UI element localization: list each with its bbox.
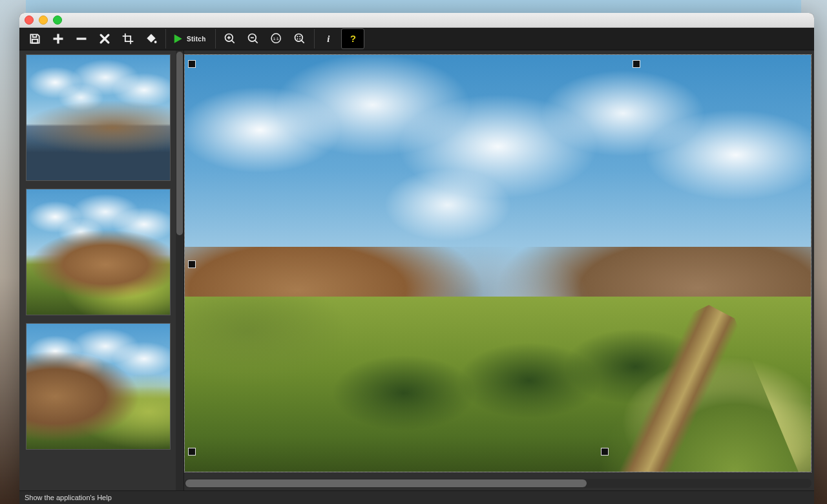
stitch-button[interactable]: Stitch bbox=[169, 29, 213, 48]
thumbnail-item[interactable] bbox=[26, 54, 171, 181]
preview-hscrollbar[interactable] bbox=[184, 479, 811, 488]
sidebar-scroll-thumb[interactable] bbox=[176, 52, 183, 235]
save-button[interactable] bbox=[24, 29, 46, 48]
svg-rect-0 bbox=[32, 39, 37, 43]
stitch-label: Stitch bbox=[187, 36, 206, 43]
thumbnail-ground bbox=[26, 55, 170, 180]
svg-text:i: i bbox=[327, 34, 330, 44]
crop-handle[interactable] bbox=[188, 448, 196, 456]
paint-bucket-icon bbox=[145, 32, 158, 45]
save-icon bbox=[28, 32, 41, 45]
delete-button[interactable] bbox=[94, 29, 116, 48]
svg-rect-3 bbox=[77, 37, 87, 39]
add-button[interactable] bbox=[47, 29, 69, 48]
svg-point-4 bbox=[154, 41, 157, 43]
help-button[interactable]: ? bbox=[341, 28, 364, 49]
crop-handle[interactable] bbox=[601, 448, 609, 456]
info-button[interactable]: i bbox=[318, 29, 340, 48]
thumbnail-sidebar bbox=[19, 50, 184, 490]
zoom-actual-icon: 1:1 bbox=[269, 32, 284, 45]
zoom-in-button[interactable] bbox=[219, 29, 241, 48]
zoom-fit-icon bbox=[293, 32, 306, 45]
info-icon: i bbox=[324, 32, 334, 45]
thumbnail-list bbox=[19, 50, 176, 490]
window-titlebar bbox=[19, 13, 814, 28]
preview-pane bbox=[184, 50, 814, 490]
crop-icon bbox=[121, 32, 134, 45]
svg-text:?: ? bbox=[350, 34, 356, 44]
toolbar-separator bbox=[165, 29, 166, 48]
window-minimize-button[interactable] bbox=[39, 16, 48, 25]
window-zoom-button[interactable] bbox=[53, 16, 62, 25]
toolbar-separator bbox=[314, 29, 315, 48]
sidebar-scroll-track bbox=[176, 52, 183, 489]
minus-icon bbox=[75, 32, 88, 45]
svg-text:1:1: 1:1 bbox=[273, 36, 278, 41]
window-close-button[interactable] bbox=[25, 16, 34, 25]
svg-point-9 bbox=[295, 34, 302, 42]
thumbnail-item[interactable] bbox=[26, 323, 171, 450]
fill-button[interactable] bbox=[140, 29, 162, 48]
stitched-preview-image[interactable] bbox=[184, 54, 811, 472]
svg-rect-2 bbox=[54, 37, 63, 39]
crop-handle[interactable] bbox=[188, 60, 196, 68]
zoom-actual-button[interactable]: 1:1 bbox=[266, 29, 288, 48]
thumbnail-item[interactable] bbox=[26, 189, 171, 315]
crop-button[interactable] bbox=[117, 29, 139, 48]
thumbnail-ground bbox=[26, 189, 170, 315]
preview-paint bbox=[185, 55, 811, 472]
preview-area[interactable] bbox=[184, 54, 811, 478]
play-icon bbox=[171, 33, 184, 45]
preview-hscroll-thumb[interactable] bbox=[185, 479, 587, 487]
toolbar: Stitch 1:1 i bbox=[19, 28, 814, 50]
zoom-out-button[interactable] bbox=[242, 29, 264, 48]
help-icon: ? bbox=[348, 32, 358, 45]
zoom-in-icon bbox=[224, 32, 236, 45]
plus-icon bbox=[52, 32, 65, 45]
crop-handle[interactable] bbox=[188, 260, 196, 268]
app-window: Stitch 1:1 i bbox=[19, 13, 814, 504]
status-bar: Show the application's Help bbox=[19, 490, 814, 504]
zoom-out-icon bbox=[247, 32, 260, 45]
work-area bbox=[19, 50, 814, 490]
sidebar-scrollbar[interactable] bbox=[176, 50, 183, 490]
thumbnail-ground bbox=[26, 324, 170, 449]
x-icon bbox=[98, 32, 111, 45]
status-text: Show the application's Help bbox=[25, 494, 112, 501]
remove-button[interactable] bbox=[70, 29, 92, 48]
zoom-fit-button[interactable] bbox=[289, 29, 311, 48]
toolbar-separator bbox=[215, 29, 216, 48]
crop-handle[interactable] bbox=[633, 60, 640, 68]
